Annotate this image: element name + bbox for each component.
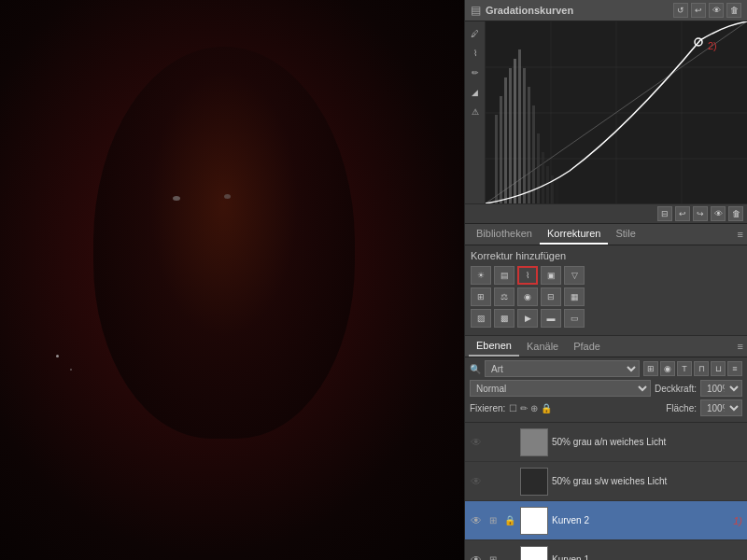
selectivecolor-icon[interactable]: ▭ (564, 309, 585, 328)
eyedropper-black-tool[interactable]: ◢ (467, 84, 484, 101)
tab-korrekturen[interactable]: Korrekturen (540, 224, 608, 245)
fixieren-label: Fixieren: (470, 403, 505, 413)
opacity-select[interactable]: 100% (700, 380, 742, 397)
curves-content: 🖊 ⌇ ✏ ◢ ⚠ (465, 21, 747, 203)
layer-name: 50% grau s/w weiches Licht (552, 476, 742, 486)
panel-tabs-menu-icon[interactable]: ≡ (738, 229, 743, 240)
blend-mode-select[interactable]: Normal (470, 380, 651, 397)
tab-kanaele[interactable]: Kanäle (519, 337, 566, 356)
layer-icon-6[interactable]: ≡ (727, 361, 742, 376)
layers-menu-icon[interactable]: ≡ (738, 341, 743, 352)
layer-type-select[interactable]: Art (485, 360, 640, 377)
layer-lock-icon (503, 553, 516, 561)
flaeche-row: Fläche: 100% (666, 399, 742, 416)
fix-icon-2[interactable]: ✏ (520, 403, 528, 413)
brightness-icon[interactable]: ☀ (471, 266, 491, 285)
curves-panel: ▤ Gradationskurven ↺ ↩ 👁 🗑 🖊 ⌇ ✏ ◢ ⚠ (465, 0, 747, 224)
flaeche-select[interactable]: 100% (700, 399, 742, 416)
korrekturen-row-2: ⊞ ⚖ ◉ ⊟ ▦ (471, 287, 741, 306)
tab-pfade[interactable]: Pfade (566, 337, 608, 356)
light-dot-2 (70, 369, 72, 371)
flaeche-label: Fläche: (666, 403, 697, 413)
layer-icon-2[interactable]: ◉ (660, 361, 675, 376)
layer-item-kurven1[interactable]: 👁 ⊞ Kurven 1 (465, 540, 747, 560)
fix-icon-3[interactable]: ⊕ (530, 403, 538, 413)
layer-thumbnail (520, 428, 548, 456)
layer-adj-icon: ⊞ (486, 514, 500, 527)
korrekturen-section: Korrektur hinzufügen ☀ ▤ ⌇ ▣ ▽ ⊞ ⚖ ◉ ⊟ ▦… (465, 245, 747, 336)
photofilter-icon[interactable]: ◉ (517, 287, 538, 306)
layer-thumbnail (520, 546, 548, 561)
svg-rect-14 (523, 68, 526, 203)
eye-right (224, 194, 231, 199)
curves-ctrl-2[interactable]: ↩ (675, 206, 690, 221)
curves-panel-icon[interactable]: ▤ (471, 4, 481, 17)
svg-rect-20 (551, 175, 554, 203)
hsl-icon[interactable]: ⊞ (471, 287, 491, 306)
curves-adj-icon[interactable]: ⌇ (517, 266, 538, 285)
layer-icon-3[interactable]: T (677, 361, 692, 376)
tab-ebenen[interactable]: Ebenen (469, 336, 519, 357)
layer-controls: 🔍 Art ⊞ ◉ T ⊓ ⊔ ≡ Normal Deckkraft: (465, 357, 747, 423)
light-dot-1 (56, 355, 59, 357)
layer-icon-4[interactable]: ⊓ (694, 361, 709, 376)
svg-rect-21 (556, 180, 558, 203)
right-panel: ▤ Gradationskurven ↺ ↩ 👁 🗑 🖊 ⌇ ✏ ◢ ⚠ (464, 0, 747, 560)
layer-lock-icon (503, 475, 516, 488)
warning-tool[interactable]: ⚠ (467, 104, 484, 120)
fix-icon-1[interactable]: ☐ (509, 403, 517, 413)
layer-item[interactable]: 👁 50% grau s/w weiches Licht (465, 462, 747, 501)
svg-rect-17 (537, 133, 540, 203)
eyedropper-tool[interactable]: 🖊 (467, 25, 484, 42)
curves-trash-icon[interactable]: 🗑 (726, 3, 741, 18)
layer-icon-5[interactable]: ⊔ (711, 361, 726, 376)
layer-icon-1[interactable]: ⊞ (643, 361, 658, 376)
pencil-tool[interactable]: ✏ (467, 64, 484, 81)
curves-eye-icon[interactable]: 👁 (709, 3, 724, 18)
layer-lock-icon (503, 436, 516, 449)
layer-item-kurven2[interactable]: 👁 ⊞ 🔒 Kurven 2 1) (465, 501, 747, 540)
layer-visibility-icon[interactable]: 👁 (470, 436, 483, 449)
layer-number-label: 1) (733, 515, 742, 526)
layer-type-row: 🔍 Art ⊞ ◉ T ⊓ ⊔ ≡ (470, 360, 742, 377)
curves-ctrl-4[interactable]: 👁 (711, 206, 726, 221)
svg-rect-11 (509, 68, 512, 203)
fix-icon-4[interactable]: 🔒 (541, 403, 552, 413)
colorbalance-icon[interactable]: ⚖ (494, 287, 514, 306)
posterize-icon[interactable]: ▩ (494, 309, 514, 328)
layer-list: 👁 50% grau a/n weiches Licht 👁 50% grau … (465, 423, 747, 560)
photo-canvas (0, 0, 464, 560)
layer-visibility-icon[interactable]: 👁 (470, 475, 483, 488)
colorlookup-icon[interactable]: ▦ (564, 287, 585, 306)
layer-visibility-icon[interactable]: 👁 (470, 514, 483, 527)
levels-icon[interactable]: ▤ (494, 266, 514, 285)
layer-name-kurven1: Kurven 1 (552, 554, 742, 560)
curve-tool[interactable]: ⌇ (467, 45, 484, 62)
threshold-icon[interactable]: ▶ (517, 309, 538, 328)
svg-rect-12 (514, 59, 516, 203)
exposure-icon[interactable]: ▣ (541, 266, 561, 285)
layer-item[interactable]: 👁 50% grau a/n weiches Licht (465, 423, 747, 462)
layer-visibility-icon[interactable]: 👁 (470, 553, 483, 561)
curves-reset-icon[interactable]: ↺ (673, 3, 688, 18)
curves-header-icons: ↺ ↩ 👁 🗑 (673, 3, 741, 18)
svg-rect-8 (495, 115, 498, 203)
svg-rect-9 (500, 96, 502, 203)
curves-undo-icon[interactable]: ↩ (691, 3, 706, 18)
curves-ctrl-5[interactable]: 🗑 (728, 206, 743, 221)
channelmixer-icon[interactable]: ⊟ (541, 287, 561, 306)
curves-ctrl-1[interactable]: ⊟ (657, 206, 672, 221)
layer-adj-icon (486, 475, 500, 488)
gradient-icon[interactable]: ▬ (541, 309, 561, 328)
tab-stile[interactable]: Stile (608, 224, 642, 245)
fixieren-row: Fixieren: ☐ ✏ ⊕ 🔒 Fläche: 100% (470, 399, 742, 416)
invert-icon[interactable]: ▨ (471, 309, 491, 328)
curves-bottom-controls: ⊟ ↩ ↪ 👁 🗑 (465, 203, 747, 223)
vibrance-icon[interactable]: ▽ (564, 266, 585, 285)
tab-bibliotheken[interactable]: Bibliotheken (469, 224, 540, 245)
curves-ctrl-3[interactable]: ↪ (693, 206, 708, 221)
layer-name: 50% grau a/n weiches Licht (552, 437, 742, 447)
layers-tabs-row: Ebenen Kanäle Pfade ≡ (465, 336, 747, 357)
curves-graph[interactable]: 2) (486, 21, 747, 203)
layer-lock-icon: 🔒 (503, 514, 516, 527)
